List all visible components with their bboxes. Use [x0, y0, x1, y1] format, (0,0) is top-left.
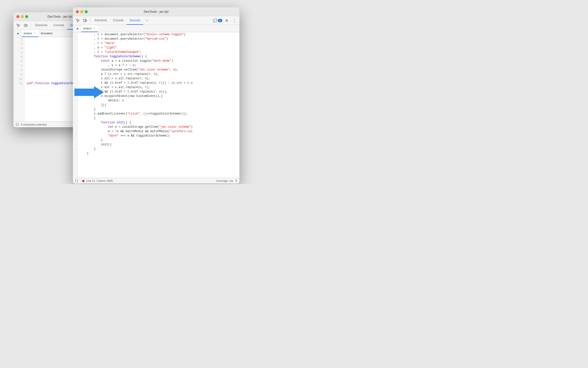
line-num-5: 5 [15, 55, 22, 59]
line-num-2: 2 [15, 42, 22, 46]
close-button-1[interactable] [16, 15, 19, 18]
svg-rect-4 [86, 20, 87, 21]
source-tab-close-1[interactable]: × [33, 32, 36, 35]
toolbar-right-2: 💬 1 ⚙ ⋮ [213, 17, 238, 24]
code-line-match-media: e = !e && matchMedia && matchMedia("(pre… [80, 129, 237, 134]
line-num-10: 10 [15, 77, 22, 81]
more-icon-2[interactable]: ⋮ [231, 17, 238, 24]
code-line-init-fn: function init() { [80, 120, 237, 125]
title-bar-2: DevTools - jec.fyi/ [73, 7, 239, 16]
line-num-7: 7 [15, 64, 22, 68]
play-icon-2[interactable]: ▶ [74, 25, 81, 32]
code-line-dark-eq: "dark" === e && toggleColorScheme() [80, 134, 237, 138]
status-left-1: {} 9 characters selected [15, 123, 47, 126]
status-left-2: {} ◀ Line 11, Column 3939 [75, 178, 113, 183]
settings-icon-2[interactable]: ⚙ [223, 17, 230, 24]
tab-bar-2: Elements Console Sources » [92, 16, 212, 25]
tab-more-2[interactable]: » [143, 16, 151, 25]
toolbar-2: Elements Console Sources » 💬 1 ⚙ ⋮ [73, 16, 239, 25]
line-num-4: 4 [15, 50, 22, 55]
toolbar-divider-1 [31, 23, 31, 28]
code-line-fn: function toggleColorScheme() { [80, 54, 237, 59]
code-line-s: , s = a ? r : o; [80, 63, 237, 68]
line-num-3: 3 [15, 46, 22, 50]
tab-console-2[interactable]: Console [110, 16, 127, 25]
format-icon-2[interactable]: {} [75, 179, 78, 183]
dash-column-2: - - - - - - - - - - - - - - - - - - - - … [73, 32, 78, 178]
inspect-icon-2[interactable] [74, 17, 81, 24]
close-button-2[interactable] [76, 10, 79, 13]
code-line-t: , t = document.querySelector("#prism-css… [80, 37, 237, 41]
play-icon-1[interactable]: ▶ [15, 30, 22, 37]
line-numbers-1: 1 2 3 4 5 6 7 8 9 10 11 [13, 37, 24, 121]
line-num-11: 11 [15, 81, 22, 86]
svg-rect-3 [84, 19, 85, 22]
code-line-init-call: init() [80, 142, 237, 147]
source-tab-close-2[interactable]: × [93, 27, 96, 30]
status-right-2: Coverage: n/a ⇕ [216, 179, 237, 183]
toolbar-divider-2 [90, 18, 90, 23]
svg-rect-0 [24, 24, 26, 27]
svg-marker-2 [74, 86, 104, 98]
code-line-c: , c = document.querySelector("#color-sch… [80, 32, 237, 37]
code-line-const-a: const a = e.classList.toggle("dark-mode"… [80, 59, 237, 63]
code-line-r: , r = "dark" [80, 41, 237, 46]
code-line-close-outer: } [80, 151, 237, 156]
blue-arrow [74, 85, 104, 101]
minimize-button-1[interactable] [21, 15, 24, 18]
tab-elements-1[interactable]: Elements [32, 21, 50, 30]
code-line-open-brace: { [80, 116, 237, 120]
line-num-1: 1 [15, 37, 22, 42]
traffic-lights-1 [16, 15, 28, 18]
tab-sources-2[interactable]: Sources [127, 16, 143, 25]
source-tab-index-2[interactable]: (index) × [81, 25, 98, 32]
code-line-storage: localStorage.setItem("jec.color-scheme",… [80, 68, 237, 72]
minimize-button-2[interactable] [80, 10, 83, 13]
code-line-c-alt1: c.alt = c.alt.replace(r, o), [80, 76, 237, 81]
code-line-let-e: let e = localStorage.getItem("jec.color-… [80, 125, 237, 129]
code-line-addevent: c.addEventListener("click", ()=>toggleCo… [80, 112, 237, 116]
chat-icon-2: 💬 [213, 19, 217, 23]
code-line-o: , o = "light" [80, 46, 237, 50]
traffic-lights-2 [76, 10, 88, 13]
position-status-2: Line 11, Column 3939 [86, 179, 113, 182]
code-line-l: , l = "colorSchemeChanged"; [80, 50, 237, 54]
code-area-2: - - - - - - - - - - - - - - - - - - - - … [73, 32, 239, 178]
svg-rect-1 [26, 25, 27, 26]
window-title-1: DevTools - jec.fyi/ [47, 15, 72, 18]
line-num-8: 8 [15, 68, 22, 72]
maximize-button-1[interactable] [25, 15, 28, 18]
status-bar-2: {} ◀ Line 11, Column 3939 Coverage: n/a … [73, 178, 239, 184]
code-content-2[interactable]: , c = document.querySelector("#color-sch… [78, 32, 239, 178]
code-line-close-fn: } [80, 107, 237, 112]
chat-button-2[interactable]: 💬 1 [213, 19, 222, 23]
line-num-9: 9 [15, 72, 22, 77]
line-num-6: 6 [15, 59, 22, 64]
selection-status-1: 9 characters selected [21, 123, 47, 126]
code-line-close-init: } [80, 138, 237, 142]
tab-console-1[interactable]: Console [50, 21, 67, 30]
device-icon-1[interactable] [22, 22, 29, 29]
code-line-close-event: })) [80, 103, 237, 107]
coverage-status-2: Coverage: n/a [216, 179, 233, 182]
code-line-a-src: a ? (c.src = c.src.replace(r, o), [80, 72, 237, 76]
maximize-button-2[interactable] [85, 10, 88, 13]
inspect-icon-1[interactable] [15, 22, 22, 29]
format-icon-1[interactable]: {} [15, 123, 19, 126]
red-arrow-icon: ◀ [81, 178, 84, 183]
window-title-2: DevTools - jec.fyi/ [144, 10, 169, 13]
tab-elements-2[interactable]: Elements [92, 16, 110, 25]
device-icon-2[interactable] [82, 17, 89, 24]
source-tab-index-1[interactable]: (index) × [22, 30, 38, 37]
code-line-close-block: } [80, 147, 237, 151]
code-line-t-href: t && (t.href = t.href.replace(o, r))) : … [80, 81, 237, 85]
sources-tabs-2: ▶ (index) × [73, 25, 239, 32]
source-tab-formatted-1[interactable]: :formatted [38, 30, 55, 37]
scroll-icon-2[interactable]: ⇕ [235, 179, 237, 183]
chat-badge-2: 1 [218, 19, 222, 22]
